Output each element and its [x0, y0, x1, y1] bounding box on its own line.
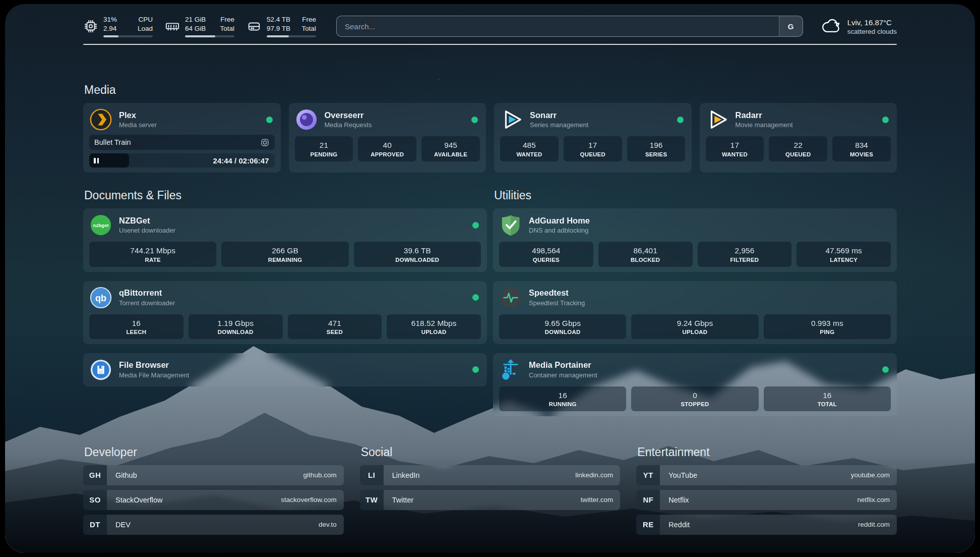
search-bar: G: [336, 16, 803, 37]
section-title-developer: Developer: [84, 445, 344, 459]
cpu-widget: 31%2.94 CPULoad: [83, 15, 153, 37]
service-description: Speedtest Tracking: [529, 299, 585, 308]
cpu-values: 31%2.94: [103, 15, 117, 33]
stat-download: 9.65 GbpsDOWNLOAD: [499, 314, 626, 339]
stat-downloaded: 39.6 TBDOWNLOADED: [354, 242, 481, 266]
stat-series: 196SERIES: [627, 136, 686, 161]
svg-text:qb: qb: [95, 293, 106, 303]
service-name: Radarr: [736, 110, 793, 121]
status-online-dot: [266, 117, 273, 123]
service-description: DNS and adblocking: [529, 226, 590, 235]
stat-latency: 47.569 msLATENCY: [797, 242, 891, 266]
search-input[interactable]: [337, 22, 779, 31]
stat-rate: 744.21 MbpsRATE: [89, 242, 216, 266]
bookmark-reddit[interactable]: RE Reddit reddit.com: [636, 515, 897, 535]
service-card-adguard[interactable]: AdGuard Home DNS and adblocking 498,564Q…: [493, 208, 897, 271]
section-title-social: Social: [361, 445, 621, 459]
weather-location-temp: Lviv, 16.87°C: [847, 18, 897, 28]
bookmark-stackoverflow[interactable]: SO StackOverflow stackoverflow.com: [83, 490, 344, 510]
bookmark-twitter[interactable]: TW Twitter twitter.com: [360, 490, 621, 510]
bookmark-name: Twitter: [384, 496, 414, 504]
bookmark-name: LinkedIn: [384, 471, 420, 479]
search-provider-button[interactable]: G: [779, 16, 803, 36]
service-description: Torrent downloader: [119, 299, 175, 308]
bookmark-linkedin[interactable]: LI LinkedIn linkedin.com: [360, 465, 621, 485]
stat-remaining: 266 GBREMAINING: [221, 242, 348, 266]
status-online-dot: [677, 117, 684, 123]
bookmark-abbr: SO: [83, 490, 107, 510]
cpu-progress-bar: [103, 35, 153, 37]
service-name: Sonarr: [530, 110, 588, 121]
bookmark-github[interactable]: GH Github github.com: [83, 465, 344, 485]
svg-text:nzbget: nzbget: [93, 222, 109, 228]
bookmark-domain: github.com: [303, 471, 344, 479]
status-online-dot: [472, 294, 479, 301]
bookmark-domain: stackoverflow.com: [281, 496, 343, 504]
playback-progress-bar: 24:44 / 02:06:47: [89, 153, 275, 168]
bookmark-group-developer: Developer GH Github github.com SO StackO…: [83, 445, 344, 535]
stat-upload: 618.52 MbpsUPLOAD: [387, 314, 481, 339]
disk-labels: FreeTotal: [301, 15, 316, 33]
stat-queued: 17QUEUED: [564, 136, 622, 161]
service-card-qbittorrent[interactable]: qb qBittorrent Torrent downloader 16LEEC…: [83, 281, 487, 344]
plex-icon: [89, 108, 112, 131]
stat-wanted: 485WANTED: [500, 136, 559, 161]
service-card-nzbget[interactable]: nzbget NZBGet Usenet downloader 744.21 M…: [83, 208, 487, 271]
filebrowser-icon: [89, 358, 112, 381]
bookmark-domain: dev.to: [319, 521, 344, 528]
bookmark-domain: reddit.com: [858, 521, 897, 528]
sonarr-icon: [500, 108, 523, 131]
memory-values: 21 GiB64 GiB: [185, 15, 206, 33]
stat-available: 945AVAILABLE: [421, 136, 480, 161]
speedtest-icon: [499, 286, 522, 309]
service-card-speedtest[interactable]: Speedtest Speedtest Tracking 9.65 GbpsDO…: [493, 281, 897, 344]
cloud-icon: [821, 18, 841, 34]
bookmark-name: Reddit: [660, 521, 690, 529]
bookmark-domain: youtube.com: [851, 471, 897, 479]
stat-download: 1.19 GbpsDOWNLOAD: [189, 314, 283, 339]
memory-labels: FreeTotal: [220, 15, 234, 33]
bookmark-abbr: RE: [636, 515, 660, 535]
service-card-overseerr[interactable]: Overseerr Media Requests 21PENDING 40APP…: [289, 103, 486, 173]
service-card-sonarr[interactable]: Sonarr Series management 485WANTED 17QUE…: [494, 103, 692, 173]
bookmark-dev[interactable]: DT DEV dev.to: [83, 515, 344, 535]
stat-pending: 21PENDING: [295, 136, 353, 161]
bookmark-abbr: TW: [360, 490, 384, 510]
disk-icon: [247, 19, 262, 34]
nzbget-icon: nzbget: [89, 213, 112, 237]
service-name: Plex: [119, 110, 157, 121]
service-card-filebrowser[interactable]: File Browser Media File Management: [83, 353, 487, 386]
service-description: Container management: [529, 371, 597, 380]
stat-total: 16TOTAL: [764, 386, 891, 411]
top-header: 31%2.94 CPULoad: [83, 15, 897, 37]
stat-blocked: 86,401BLOCKED: [598, 242, 693, 266]
section-utilities: Utilities AdGu: [493, 189, 897, 416]
memory-widget: 21 GiB64 GiB FreeTotal: [165, 15, 234, 37]
service-name: AdGuard Home: [529, 215, 590, 226]
section-media: Media Plex Media server: [83, 83, 897, 173]
service-description: Media Requests: [325, 121, 372, 130]
disk-values: 52.4 TB97.9 TB: [267, 15, 290, 33]
bookmark-group-social: Social LI LinkedIn linkedin.com TW Twitt…: [360, 445, 621, 535]
service-card-radarr[interactable]: Radarr Movie management 17WANTED 22QUEUE…: [700, 103, 897, 173]
service-name: qBittorrent: [119, 288, 175, 298]
service-card-portainer[interactable]: Media Portainer Container management 16R…: [493, 353, 897, 416]
bookmark-domain: twitter.com: [581, 496, 621, 504]
stat-queries: 498,564QUERIES: [499, 242, 593, 266]
service-name: NZBGet: [119, 215, 175, 226]
bookmark-domain: linkedin.com: [575, 471, 620, 479]
service-card-plex[interactable]: Plex Media server Bullet Train: [83, 103, 281, 173]
status-online-dot: [882, 366, 889, 373]
header-divider: [83, 44, 897, 45]
stat-queued: 22QUEUED: [769, 136, 827, 161]
section-title-media: Media: [84, 83, 897, 97]
bookmark-netflix[interactable]: NF Netflix netflix.com: [636, 490, 897, 510]
resource-widgets: 31%2.94 CPULoad: [83, 15, 316, 37]
service-name: Media Portainer: [529, 360, 597, 370]
service-name: Speedtest: [529, 288, 585, 298]
bookmark-group-entertainment: Entertainment YT YouTube youtube.com NF …: [636, 445, 897, 535]
bookmark-youtube[interactable]: YT YouTube youtube.com: [636, 465, 897, 485]
section-title-entertainment: Entertainment: [637, 445, 897, 459]
pause-icon: [94, 158, 96, 163]
bookmark-domain: netflix.com: [857, 496, 897, 504]
